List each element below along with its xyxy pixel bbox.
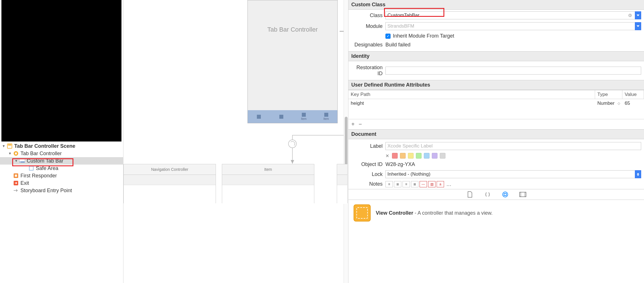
child-scene-header: Item: [222, 164, 314, 175]
tree-item-first-responder[interactable]: ▼ First Responder: [0, 172, 123, 179]
color-swatch[interactable]: [392, 153, 398, 159]
hr-icon[interactable]: —: [420, 181, 427, 187]
color-swatch[interactable]: [424, 153, 430, 159]
module-label: Module: [351, 23, 383, 29]
child-scene-item[interactable]: Item: [222, 164, 314, 204]
tab-item[interactable]: [276, 115, 287, 119]
scrollbar-thumb[interactable]: [345, 117, 348, 165]
align-center-icon[interactable]: ≣: [394, 181, 401, 187]
class-row: Class CustomTabBar: [348, 10, 644, 20]
child-scene-partial[interactable]: [337, 164, 348, 204]
svg-rect-7: [29, 166, 33, 170]
designables-row: Designables Build failed: [348, 41, 644, 49]
svg-rect-21: [504, 193, 506, 196]
section-identity: Identity: [348, 51, 644, 61]
class-value: CustomTabBar: [387, 13, 419, 18]
library-tabs: [348, 189, 644, 200]
table-header-row: Key Path Type Value: [348, 90, 644, 99]
canvas-scrollbar[interactable]: [344, 0, 348, 283]
svg-rect-9: [15, 175, 17, 177]
file-template-icon[interactable]: [466, 191, 474, 198]
disclosure-triangle-icon[interactable]: ▼: [8, 151, 12, 155]
table-add-remove: + −: [348, 119, 644, 129]
code-snippet-icon[interactable]: [484, 191, 491, 198]
doc-label-placeholder: Xcode Specific Label: [387, 143, 433, 149]
col-keypath[interactable]: Key Path: [348, 90, 595, 99]
object-id-row: Object ID W28-zg-YXA: [348, 160, 644, 169]
image-icon[interactable]: ▧: [428, 181, 435, 187]
cell-value[interactable]: 65: [622, 99, 644, 108]
clear-color-icon[interactable]: ✕: [385, 153, 389, 159]
runtime-attrs-table[interactable]: Key Path Type Value height Number◇ 65: [348, 90, 644, 119]
tab-item[interactable]: [253, 115, 265, 119]
class-dropdown-button[interactable]: [635, 11, 641, 19]
svg-rect-6: [20, 162, 21, 162]
tab-label: Item: [323, 117, 329, 120]
first-responder-icon: [13, 173, 19, 179]
viewcontroller-thumb-icon: [354, 204, 371, 222]
svg-point-20: [503, 192, 508, 197]
tree-item-safe-area[interactable]: Safe Area: [0, 165, 123, 172]
color-swatch[interactable]: [440, 153, 445, 159]
remove-button[interactable]: −: [359, 121, 362, 128]
tree-item-entry-point[interactable]: ▼ Storyboard Entry Point: [0, 187, 123, 194]
inherit-module-row[interactable]: ✓ Inherit Module From Target: [348, 32, 644, 40]
tab-label: Item: [301, 117, 306, 120]
object-library-icon[interactable]: [501, 191, 509, 198]
tab-item[interactable]: Item: [298, 113, 309, 120]
svg-point-15: [288, 140, 296, 148]
child-scene-navigation[interactable]: Navigation Controller: [123, 164, 216, 204]
media-library-icon[interactable]: [519, 191, 527, 198]
col-type[interactable]: Type: [595, 90, 622, 99]
font-icon[interactable]: a: [437, 181, 444, 187]
color-swatch[interactable]: [408, 153, 414, 159]
more-icon[interactable]: …: [446, 181, 451, 187]
tree-scene-header[interactable]: ▼ Tab Bar Controller Scene: [0, 142, 123, 150]
align-justify-icon[interactable]: ≣: [411, 181, 418, 187]
tab-item[interactable]: Item: [321, 113, 332, 120]
notes-row: Notes ≡ ≣ ≡ ≣ — ▧ a …: [348, 180, 644, 188]
color-swatch[interactable]: [400, 153, 406, 159]
tree-item-exit[interactable]: ▼ Exit: [0, 179, 123, 187]
restoration-field[interactable]: [385, 67, 641, 75]
tree-item-tabbar-controller[interactable]: ▼ Tab Bar Controller: [0, 150, 123, 157]
restoration-label: Restoration ID: [351, 65, 383, 77]
tree-item-custom-tab-bar[interactable]: ▼ Custom Tab Bar: [0, 157, 123, 165]
class-label: Class: [351, 13, 383, 19]
doc-label-field[interactable]: Xcode Specific Label: [385, 142, 641, 150]
svg-rect-3: [15, 152, 17, 155]
svg-rect-1: [8, 144, 11, 145]
module-placeholder: StrandsBFM: [387, 23, 414, 29]
child-scene-header: [337, 164, 348, 175]
module-field[interactable]: StrandsBFM: [385, 22, 635, 30]
lock-row: Lock Inherited - (Nothing): [348, 169, 644, 179]
designables-status: Build failed: [385, 42, 410, 48]
lock-field[interactable]: Inherited - (Nothing): [385, 170, 635, 178]
cell-type[interactable]: Number◇: [595, 99, 622, 108]
library-item-text: View Controller - A controller that mana…: [376, 210, 493, 216]
module-dropdown-button[interactable]: [635, 22, 641, 30]
tab-bar[interactable]: Item Item: [248, 110, 337, 123]
notes-label: Notes: [351, 181, 383, 187]
goto-icon[interactable]: [627, 12, 633, 19]
disclosure-triangle-icon[interactable]: ▼: [2, 144, 6, 148]
cell-keypath[interactable]: height: [348, 99, 595, 108]
add-button[interactable]: +: [351, 121, 355, 128]
col-value[interactable]: Value: [622, 90, 644, 99]
color-swatch[interactable]: [432, 153, 437, 159]
align-right-icon[interactable]: ≡: [403, 181, 410, 187]
identity-inspector: Custom Class Class CustomTabBar Module S…: [348, 0, 644, 283]
tabbar-controller-scene[interactable]: Tab Bar Controller Item Item: [247, 0, 338, 123]
class-field[interactable]: CustomTabBar: [385, 11, 635, 19]
disclosure-triangle-icon[interactable]: ▼: [14, 159, 18, 163]
scene-outline-tree: ▼ Tab Bar Controller Scene ▼ Tab Bar Con…: [0, 142, 123, 194]
designables-label: Designables: [351, 42, 383, 48]
lock-dropdown-button[interactable]: [635, 170, 641, 178]
library-item-viewcontroller[interactable]: View Controller - A controller that mana…: [348, 200, 644, 226]
table-row[interactable]: height Number◇ 65: [348, 99, 644, 108]
object-id-value: W28-zg-YXA: [385, 161, 415, 167]
align-left-icon[interactable]: ≡: [385, 181, 393, 187]
section-custom-class: Custom Class: [348, 0, 644, 10]
checkbox-checked-icon[interactable]: ✓: [385, 34, 391, 39]
color-swatch[interactable]: [416, 153, 422, 159]
